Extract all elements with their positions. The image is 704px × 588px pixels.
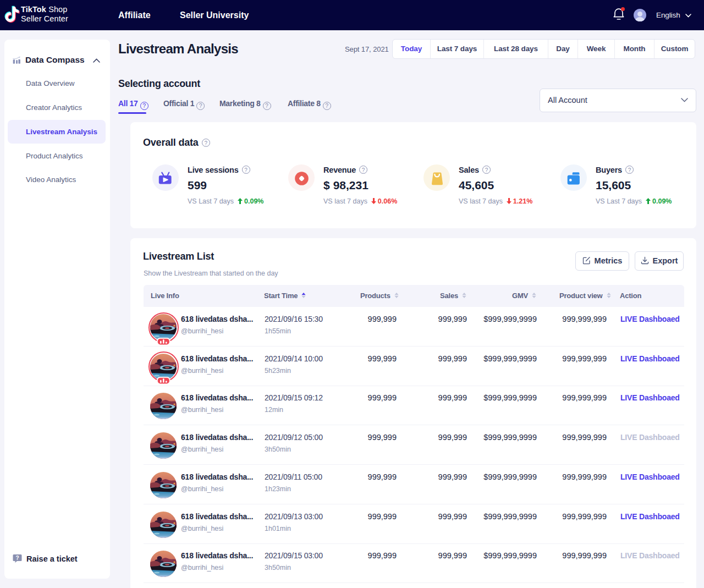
svg-text:?: ? (15, 555, 19, 561)
